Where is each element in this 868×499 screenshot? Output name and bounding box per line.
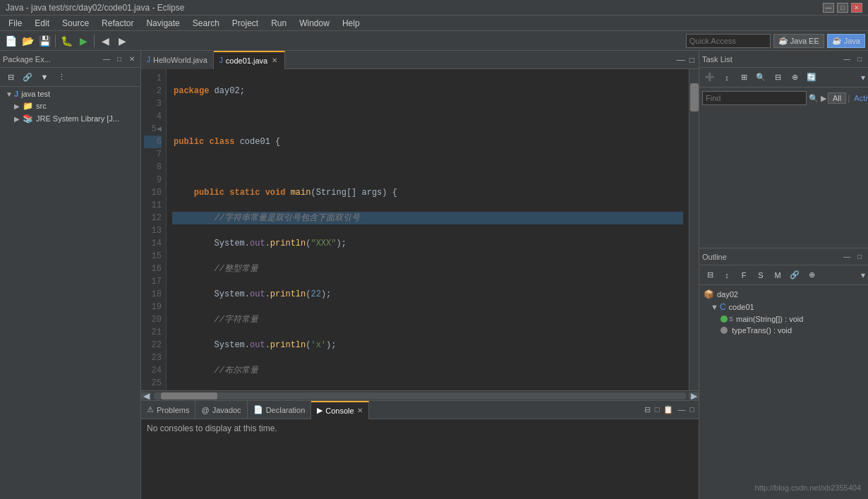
tab-console[interactable]: ▶ Console ✕ (311, 401, 368, 419)
tl-filter[interactable]: 🔍 (753, 70, 768, 85)
java-perspective-btn[interactable]: ☕ Java (827, 34, 865, 48)
tab-code01[interactable]: J code01.java ✕ (214, 51, 285, 69)
tl-refresh[interactable]: 🔄 (804, 70, 819, 85)
ol-sort[interactable]: ↕ (719, 267, 735, 283)
toolbar-open[interactable]: 📂 (20, 33, 35, 49)
ol-sync[interactable]: 🔗 (787, 267, 802, 283)
tl-find-btn[interactable]: 🔍 (808, 90, 819, 106)
javadoc-icon: @ (201, 406, 209, 414)
ol-chevron[interactable]: ▾ (861, 270, 865, 280)
minimize-button[interactable]: — (823, 3, 834, 13)
toolbar-run[interactable]: ▶ (76, 33, 91, 49)
menu-file[interactable]: File (3, 17, 28, 30)
tl-collapse[interactable]: ⊟ (770, 70, 785, 85)
tl-maximize-btn[interactable]: □ (854, 54, 865, 65)
ol-minimize-btn[interactable]: — (841, 251, 852, 263)
java-ee-perspective-btn[interactable]: ☕ Java EE (773, 34, 824, 48)
ln-17: 17 (144, 275, 162, 288)
pe-src-folder[interactable]: ▶ 📁 src (0, 100, 140, 112)
console-tab-close[interactable]: ✕ (357, 407, 363, 414)
toolbar-save[interactable]: 💾 (37, 33, 52, 49)
bp-toolbar-1[interactable]: ⊟ (643, 405, 652, 414)
tl-find-input[interactable] (702, 91, 807, 105)
tl-chevron[interactable]: ▾ (861, 73, 865, 83)
ol-package-day02[interactable]: 📦 day02 (699, 288, 868, 301)
ol-hide-static[interactable]: S (753, 267, 768, 283)
tab-helloworld[interactable]: J HelloWorld.java (141, 51, 214, 69)
ln-5: 5◀ (144, 123, 162, 136)
tab-problems[interactable]: ⚠ Problems (141, 401, 195, 419)
h-scroll-left-btn[interactable]: ◀ (141, 392, 151, 399)
pe-close-btn[interactable]: ✕ (126, 54, 138, 65)
menu-source[interactable]: Source (56, 17, 95, 30)
tl-expand[interactable]: ⊕ (787, 70, 802, 85)
ol-method-main[interactable]: S main(String[]) : void (699, 313, 868, 325)
menu-project[interactable]: Project (227, 17, 264, 30)
tab-javadoc[interactable]: @ Javadoc (195, 401, 247, 419)
editor-scrollbar[interactable] (689, 69, 699, 390)
ol-content: 📦 day02 ▼ C code01 S main(String[]) : vo… (699, 285, 868, 499)
bp-maximize-btn[interactable]: □ (688, 405, 696, 414)
pe-filter[interactable]: ▼ (37, 69, 52, 85)
pe-jre-library[interactable]: ▶ 📚 JRE System Library [J... (0, 112, 140, 125)
tl-all-btn[interactable]: All (828, 92, 846, 104)
bp-minimize-btn[interactable]: — (676, 405, 687, 414)
editor-maximize-btn[interactable]: □ (688, 55, 696, 65)
code-editor[interactable]: package day02; public class code01 { pub… (167, 69, 689, 390)
java-ee-icon: ☕ (778, 36, 788, 45)
ol-package-label: day02 (717, 290, 738, 299)
menu-navigate[interactable]: Navigate (140, 17, 185, 30)
tl-new-task[interactable]: ➕ (702, 70, 718, 85)
v-scroll-thumb[interactable] (690, 83, 699, 112)
editor-area: J HelloWorld.java J code01.java ✕ — □ 1 … (141, 51, 699, 400)
menu-help[interactable]: Help (337, 17, 366, 30)
pe-collapse-all[interactable]: ⊟ (3, 69, 18, 85)
tab-declaration[interactable]: 📄 Declaration (248, 401, 312, 419)
toolbar-debug[interactable]: 🐛 (59, 33, 74, 49)
ln-25: 25 (144, 377, 162, 390)
ol-method-typetrans[interactable]: typeTrans() : void (699, 325, 868, 336)
tl-sort[interactable]: ↕ (719, 70, 735, 85)
pe-link-editor[interactable]: 🔗 (20, 69, 35, 85)
ol-maximize-btn[interactable]: □ (854, 251, 865, 263)
h-scrollbar[interactable]: ◀ ▶ (141, 390, 699, 400)
menu-search[interactable]: Search (187, 17, 225, 30)
bp-toolbar-3[interactable]: 📋 (662, 405, 675, 414)
menu-run[interactable]: Run (265, 17, 292, 30)
ln-24: 24 (144, 364, 162, 377)
ol-expand-all[interactable]: ⊕ (804, 267, 819, 283)
pe-maximize-btn[interactable]: □ (114, 54, 125, 65)
ln-9: 9 (144, 174, 162, 186)
center-panel: J HelloWorld.java J code01.java ✕ — □ 1 … (141, 51, 699, 499)
maximize-button[interactable]: □ (837, 3, 848, 13)
ol-collapse-all[interactable]: ⊟ (702, 267, 718, 283)
close-button[interactable]: ✕ (851, 3, 862, 13)
editor-minimize-btn[interactable]: — (675, 55, 687, 65)
ol-hide-fields[interactable]: F (736, 267, 752, 283)
ln-4: 4 (144, 110, 162, 123)
tab-code01-close[interactable]: ✕ (270, 56, 279, 65)
h-scrollbar-track[interactable] (154, 392, 686, 399)
toolbar-back[interactable]: ◀ (97, 33, 113, 49)
menu-refactor[interactable]: Refactor (96, 17, 139, 30)
quick-access-input[interactable] (686, 34, 771, 48)
pe-minimize-btn[interactable]: — (101, 54, 112, 65)
ol-class-code01[interactable]: ▼ C code01 (699, 301, 868, 313)
h-scroll-right-btn[interactable]: ▶ (689, 392, 699, 399)
bp-toolbar-2[interactable]: □ (653, 405, 661, 414)
tl-activate-link[interactable]: Activate... (854, 94, 868, 102)
code-line-12: //布尔常量 (172, 364, 683, 377)
code-content[interactable]: package day02; public class code01 { pub… (167, 69, 689, 390)
code-container: 1 2 3 4 5◀ 6 7 8 9 10 11 12 13 14 15 16 (141, 69, 699, 390)
pe-project-java-test[interactable]: ▼ J java test (0, 88, 140, 100)
menu-window[interactable]: Window (294, 17, 335, 30)
tl-arrow-btn[interactable]: ▶ (821, 94, 826, 103)
menu-edit[interactable]: Edit (29, 17, 55, 30)
pe-menu[interactable]: ⋮ (54, 69, 69, 85)
tl-minimize-btn[interactable]: — (841, 54, 852, 65)
ol-hide-methods[interactable]: M (770, 267, 785, 283)
toolbar-new[interactable]: 📄 (3, 33, 18, 49)
h-scroll-thumb[interactable] (161, 392, 217, 399)
toolbar-forward[interactable]: ▶ (114, 33, 130, 49)
tl-group[interactable]: ⊞ (736, 70, 752, 85)
